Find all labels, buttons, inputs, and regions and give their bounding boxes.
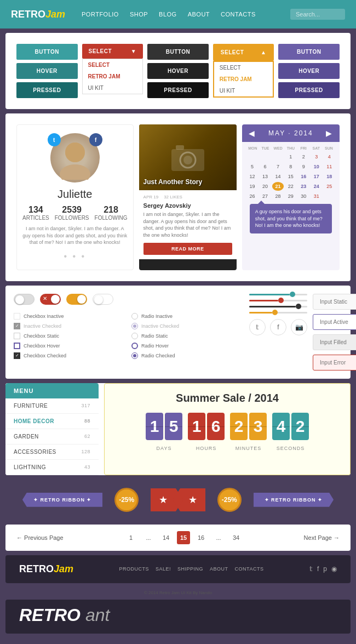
cal-day-26[interactable]: 26 <box>246 192 258 201</box>
checkbox-5[interactable]: ✓ <box>14 352 20 359</box>
prev-page-button[interactable]: ← Previous Page <box>16 534 64 541</box>
cal-day-1[interactable]: 1 <box>285 152 296 161</box>
cal-day-14[interactable]: 14 <box>272 172 284 181</box>
radio-3[interactable] <box>131 333 138 339</box>
nav-contacts[interactable]: CONTACTS <box>221 11 256 18</box>
orange-select-option-1[interactable]: SELECT <box>214 62 273 73</box>
menu-item-lightning[interactable]: LIGHTNING 43 <box>5 460 99 475</box>
facebook-social-icon[interactable]: f <box>270 319 286 335</box>
cal-day-11[interactable]: 11 <box>324 162 335 171</box>
toggle-on-red[interactable]: ✕ <box>40 294 61 305</box>
purple-hover-button[interactable]: HOVER <box>278 63 340 79</box>
cal-day-8[interactable]: 8 <box>285 162 296 171</box>
calendar-prev[interactable]: ◀ <box>249 129 256 138</box>
select-option-3[interactable]: UI KIT <box>83 82 143 94</box>
radio-2[interactable] <box>131 323 138 329</box>
orange-select-option-2[interactable]: RETRO JAM <box>214 73 273 85</box>
purple-button[interactable]: BUTTON <box>278 44 340 60</box>
red-select[interactable]: SELECT ▼ <box>82 44 143 59</box>
footer-instagram-icon[interactable]: ◉ <box>331 565 337 573</box>
cal-day-18[interactable]: 18 <box>324 172 335 181</box>
nav-shop[interactable]: SHOP <box>130 11 148 18</box>
footer-pinterest-icon[interactable]: p <box>323 565 327 573</box>
menu-item-accessories[interactable]: ACCESSORIES 128 <box>5 444 99 460</box>
radio-5[interactable] <box>131 352 138 359</box>
slider-track-4[interactable] <box>249 312 307 314</box>
cal-day-31[interactable]: 31 <box>311 192 322 201</box>
input-static[interactable] <box>313 294 356 310</box>
cal-day-4[interactable]: 4 <box>324 152 335 161</box>
page-1[interactable]: 1 <box>124 531 137 544</box>
footer-shipping[interactable]: SHIPPING <box>177 566 203 572</box>
slider-handle-1[interactable] <box>290 292 295 297</box>
dark-button[interactable]: BUTTON <box>147 44 209 60</box>
cal-day-25[interactable]: 25 <box>324 182 335 191</box>
next-page-button[interactable]: Next Page → <box>304 534 340 541</box>
cal-day-28[interactable]: 28 <box>272 192 284 201</box>
checkbox-2[interactable]: ✓ <box>14 323 20 329</box>
search-input[interactable] <box>290 9 345 20</box>
checkbox-1[interactable] <box>14 313 20 320</box>
cal-day-30[interactable]: 30 <box>298 192 309 201</box>
cal-day-16[interactable]: 16 <box>298 172 309 181</box>
instagram-social-icon[interactable]: 📷 <box>291 319 307 335</box>
footer-sale[interactable]: SALE! <box>156 566 171 572</box>
cal-day-17[interactable]: 17 <box>311 172 322 181</box>
nav-portfolio[interactable]: PORTFOLIO <box>82 11 119 18</box>
cal-day-5[interactable]: 5 <box>246 162 258 171</box>
menu-item-home-decor[interactable]: HOME DECOR 88 <box>5 414 99 429</box>
select-option-2[interactable]: RETRO JAM <box>83 71 143 82</box>
dark-pressed-button[interactable]: PRESSED <box>147 82 209 98</box>
slider-track-2[interactable] <box>249 300 307 301</box>
cal-day-27[interactable]: 27 <box>259 192 271 201</box>
cal-day-23[interactable]: 23 <box>298 182 309 191</box>
select-option-1[interactable]: SELECT <box>83 59 143 71</box>
cal-day-29[interactable]: 29 <box>285 192 296 201</box>
purple-pressed-button[interactable]: PRESSED <box>278 82 340 98</box>
slider-handle-4[interactable] <box>272 310 278 315</box>
input-error[interactable] <box>313 355 356 371</box>
cal-day-15[interactable]: 15 <box>285 172 296 181</box>
cal-day-13[interactable]: 13 <box>259 172 271 181</box>
input-filled[interactable] <box>313 334 356 350</box>
cal-day-24[interactable]: 24 <box>311 182 322 191</box>
teal-hover-button[interactable]: HOVER <box>16 63 78 79</box>
cal-day-6[interactable]: 6 <box>259 162 271 171</box>
nav-blog[interactable]: BLOG <box>159 11 177 18</box>
teal-button[interactable]: BUTTON <box>16 44 78 60</box>
cal-day-19[interactable]: 19 <box>246 182 258 191</box>
page-15[interactable]: 15 <box>177 531 190 544</box>
page-14[interactable]: 14 <box>159 531 173 544</box>
teal-pressed-button[interactable]: PRESSED <box>16 82 78 98</box>
checkbox-3[interactable] <box>14 333 20 339</box>
checkbox-4[interactable] <box>14 343 20 349</box>
slider-handle-3[interactable] <box>296 304 301 309</box>
twitter-social-icon[interactable]: 𝕥 <box>249 319 266 335</box>
page-34[interactable]: 34 <box>229 531 243 544</box>
slider-track-3[interactable] <box>249 306 307 307</box>
menu-item-furniture[interactable]: FURNITURE 317 <box>5 398 99 414</box>
toggle-off-outline[interactable] <box>93 294 113 305</box>
twitter-icon[interactable]: t <box>48 133 61 146</box>
nav-about[interactable]: ABOUT <box>188 11 210 18</box>
orange-select-option-3[interactable]: UI KIT <box>214 85 273 96</box>
toggle-on-yellow[interactable] <box>66 294 87 305</box>
cal-day-12[interactable]: 12 <box>246 172 258 181</box>
footer-facebook-icon[interactable]: f <box>317 565 319 573</box>
slider-handle-2[interactable] <box>278 298 284 303</box>
dark-hover-button[interactable]: HOVER <box>147 63 209 79</box>
footer-about[interactable]: ABOUT <box>210 566 228 572</box>
cal-day-9[interactable]: 9 <box>298 162 309 171</box>
input-active[interactable] <box>313 314 356 330</box>
cal-day-10[interactable]: 10 <box>311 162 322 171</box>
slider-track-1[interactable] <box>249 294 307 295</box>
orange-select[interactable]: SELECT ▲ <box>213 44 274 61</box>
menu-item-garden[interactable]: GARDEN 62 <box>5 429 99 444</box>
toggle-off[interactable] <box>14 294 35 305</box>
radio-1[interactable] <box>131 313 138 320</box>
footer-contacts[interactable]: CONTACTS <box>235 566 264 572</box>
footer-twitter-icon[interactable]: 𝕥 <box>309 565 313 573</box>
cal-day-22[interactable]: 22 <box>285 182 296 191</box>
radio-4[interactable] <box>131 343 138 349</box>
read-more-button[interactable]: READ MORE <box>143 243 232 255</box>
